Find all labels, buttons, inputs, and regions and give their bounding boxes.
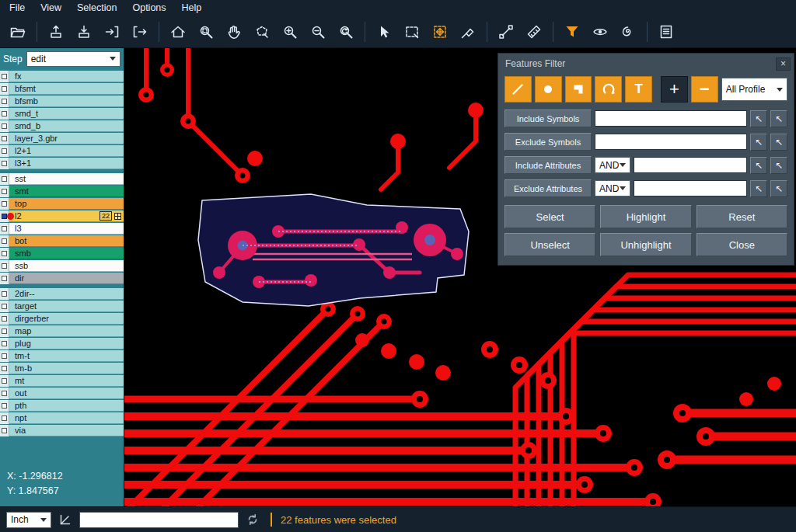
layer-checkbox[interactable] (0, 83, 9, 95)
filter-line-icon[interactable] (504, 76, 532, 103)
ruler-icon[interactable] (521, 19, 547, 44)
layer-row[interactable]: smd_b (0, 120, 124, 132)
show-eye-icon[interactable] (587, 19, 613, 44)
layer-chip[interactable]: dirgerber (9, 313, 124, 325)
layer-checkbox[interactable] (0, 173, 9, 185)
layer-row[interactable]: target (0, 301, 124, 312)
exclude-symbols-button[interactable]: Exclude Symbols (504, 133, 592, 151)
layer-row[interactable]: via (0, 425, 124, 436)
layer-checkbox[interactable] (0, 223, 9, 235)
unselect-button[interactable]: Unselect (504, 233, 595, 256)
pick-from-list-icon[interactable]: ↖ (770, 157, 787, 174)
exclude-attributes-input[interactable] (634, 180, 747, 196)
pick-from-graphics-icon[interactable]: ↖ (750, 157, 767, 174)
layer-chip[interactable]: dir (9, 273, 124, 284)
filter-pad-icon[interactable] (535, 76, 562, 103)
zoom-area-icon[interactable] (193, 19, 219, 44)
include-attributes-input[interactable] (634, 157, 747, 173)
layer-row[interactable]: dirgerber (0, 313, 124, 325)
layer-checkbox[interactable] (0, 350, 9, 362)
layer-checkbox[interactable] (0, 248, 9, 259)
angle-icon[interactable] (56, 510, 75, 529)
layer-checkbox[interactable] (0, 96, 9, 107)
filter-surface-icon[interactable] (565, 76, 592, 103)
layer-chip[interactable]: bot (9, 235, 124, 247)
layer-chip[interactable]: plug (9, 338, 124, 349)
exclude-attributes-button[interactable]: Exclude Attributes (504, 179, 592, 197)
layer-row[interactable]: npt (0, 412, 124, 424)
layer-row[interactable]: layer_3.gbr (0, 133, 124, 144)
layer-row[interactable]: 2dir-- (0, 288, 124, 300)
unhighlight-button[interactable]: Unhighlight (600, 233, 691, 256)
layer-chip[interactable]: tm-b (9, 363, 124, 374)
layer-chip[interactable]: smd_b (9, 120, 124, 132)
layer-row[interactable]: l3 (0, 223, 124, 235)
pick-from-list-icon[interactable]: ↖ (770, 134, 787, 151)
layer-chip[interactable]: l2 22 (9, 210, 124, 222)
select-arrow-icon[interactable] (371, 19, 397, 44)
layer-row[interactable]: l3+1 (0, 158, 124, 169)
layer-row[interactable]: ssb (0, 260, 124, 272)
layer-row[interactable]: top (0, 198, 124, 210)
layer-chip[interactable]: l3 (9, 223, 124, 235)
layer-chip[interactable]: fx (9, 71, 124, 82)
layer-row[interactable]: bot (0, 235, 124, 247)
layer-checkbox[interactable] (0, 158, 9, 169)
layer-checkbox[interactable] (0, 273, 9, 284)
layer-row[interactable]: map (0, 325, 124, 337)
layer-checkbox[interactable] (0, 198, 9, 210)
layer-chip[interactable]: bfsmt (9, 83, 124, 95)
pick-from-graphics-icon[interactable]: ↖ (750, 180, 767, 197)
layer-chip[interactable]: tm-t (9, 350, 124, 362)
pcb-canvas[interactable]: Features Filter × (124, 48, 796, 506)
exclude-attributes-operator-select[interactable]: AND (595, 180, 630, 196)
layer-checkbox[interactable] (0, 235, 9, 247)
menu-help[interactable]: Help (174, 2, 210, 14)
layer-checkbox[interactable] (0, 412, 9, 424)
menu-options[interactable]: Options (124, 2, 173, 14)
refresh-icon[interactable] (243, 510, 262, 529)
layer-chip[interactable]: out (9, 388, 124, 399)
layer-chip[interactable]: smb (9, 248, 124, 259)
filter-text-icon[interactable]: T (625, 76, 652, 103)
layer-row[interactable]: plug (0, 338, 124, 349)
units-select[interactable]: Inch (6, 512, 51, 528)
filter-include-plus-icon[interactable]: + (661, 76, 688, 103)
reset-button[interactable]: Reset (696, 205, 787, 228)
paint-brush-icon[interactable] (455, 19, 481, 44)
layer-row[interactable]: smd_t (0, 108, 124, 120)
layer-chip[interactable]: mt (9, 375, 124, 387)
include-symbols-button[interactable]: Include Symbols (504, 110, 592, 127)
open-folder-icon[interactable] (5, 19, 31, 44)
layer-row[interactable]: smb (0, 248, 124, 259)
pick-from-graphics-icon[interactable]: ↖ (750, 110, 767, 127)
layer-checkbox[interactable] (0, 145, 9, 157)
layer-row[interactable]: tm-b (0, 363, 124, 374)
menu-selection[interactable]: Selection (69, 2, 124, 14)
step-out-icon[interactable] (127, 19, 153, 44)
layer-checkbox[interactable] (0, 260, 9, 272)
pick-from-graphics-icon[interactable]: ↖ (750, 134, 767, 151)
layer-checkbox[interactable] (0, 120, 9, 132)
zoom-in-icon[interactable] (277, 19, 303, 44)
layer-checkbox[interactable] (0, 186, 9, 197)
move-selection-icon[interactable] (427, 19, 453, 44)
layer-chip[interactable]: ssb (9, 260, 124, 272)
layer-checkbox[interactable] (0, 425, 9, 436)
layer-row[interactable]: dir (0, 273, 124, 284)
layer-chip[interactable]: smt (9, 186, 124, 197)
layer-row[interactable]: bfsmt (0, 83, 124, 95)
layer-checkbox[interactable] (0, 338, 9, 349)
measure-line-icon[interactable] (493, 19, 519, 44)
layer-checkbox[interactable] (0, 71, 9, 82)
layer-chip[interactable]: layer_3.gbr (9, 133, 124, 144)
layer-row[interactable]: smt (0, 186, 124, 197)
polygon-select-icon[interactable] (249, 19, 275, 44)
zoom-out-icon[interactable] (305, 19, 331, 44)
layer-checkbox[interactable] (0, 133, 9, 144)
menu-view[interactable]: View (33, 2, 69, 14)
step-select[interactable]: edit (26, 51, 120, 67)
layer-row[interactable]: l2+1 (0, 145, 124, 157)
filter-funnel-icon[interactable] (559, 19, 585, 44)
layer-chip[interactable]: via (9, 425, 124, 436)
